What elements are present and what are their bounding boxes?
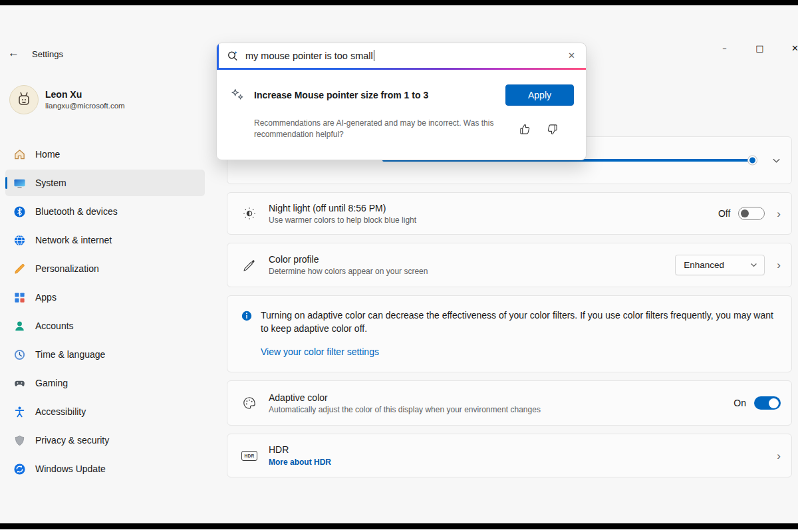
globe-icon — [13, 234, 26, 247]
sidebar-item-network-internet[interactable]: Network & internet — [5, 227, 205, 253]
sidebar-item-label: Bluetooth & devices — [35, 206, 118, 217]
chevron-right-icon: › — [777, 450, 781, 462]
sidebar-item-label: Accounts — [35, 321, 74, 331]
setting-row-hdr[interactable]: HDR HDR More about HDR › — [227, 434, 792, 477]
sidebar-item-time-language[interactable]: Time & language — [5, 341, 205, 368]
window-controls: – □ ✕ — [707, 37, 798, 59]
sidebar-item-label: Windows Update — [35, 464, 106, 474]
banner-text: Turning on adaptive color can decrease t… — [261, 309, 781, 336]
chevron-down-icon — [772, 156, 781, 165]
back-button[interactable]: ← — [8, 47, 19, 60]
sidebar-item-label: Privacy & security — [35, 435, 109, 446]
user-email: liangxu@microsoft.com — [45, 102, 125, 110]
color-profile-title: Color profile — [269, 254, 675, 265]
toggle-knob — [769, 398, 779, 408]
color-profile-subtitle: Determine how colors appear on your scre… — [269, 267, 675, 276]
color-filter-settings-link[interactable]: View your color filter settings — [261, 346, 379, 357]
night-light-icon — [241, 206, 258, 221]
sidebar-item-system[interactable]: System — [5, 170, 205, 196]
info-icon — [241, 310, 253, 325]
sidebar-item-label: Time & language — [35, 349, 105, 360]
minimize-button[interactable]: – — [707, 37, 742, 59]
brightness-slider-handle[interactable] — [748, 156, 757, 165]
toggle-knob — [741, 209, 749, 217]
system-icon — [13, 177, 26, 190]
home-icon — [13, 148, 26, 161]
user-name: Leon Xu — [45, 89, 82, 100]
sidebar-item-apps[interactable]: Apps — [5, 284, 205, 311]
eyedropper-icon — [241, 258, 258, 273]
sidebar-item-bluetooth-devices[interactable]: Bluetooth & devices — [5, 198, 205, 225]
sidebar-item-gaming[interactable]: Gaming — [5, 370, 205, 396]
clock-icon — [13, 348, 26, 361]
accessibility-icon — [13, 406, 26, 418]
sidebar-nav: Home System Bluetooth & devices Network … — [5, 141, 205, 484]
chevron-down-icon — [750, 261, 757, 269]
game-controller-icon — [13, 377, 26, 390]
recommendation-title: Increase Mouse pointer size from 1 to 3 — [254, 90, 505, 100]
account-card[interactable]: Leon Xu liangxu@microsoft.com — [9, 84, 202, 117]
search-query-text: my mouse pointer is too small — [245, 51, 373, 61]
settings-window: ← Settings – □ ✕ Leon Xu liangxu@microso… — [0, 5, 798, 523]
shield-icon — [13, 434, 26, 447]
setting-row-night-light[interactable]: Night light (off until 8:56 PM) Use warm… — [227, 192, 792, 235]
night-light-title: Night light (off until 8:56 PM) — [269, 203, 718, 213]
sidebar-item-windows-update[interactable]: Windows Update — [5, 456, 205, 482]
setting-row-adaptive-color[interactable]: Adaptive color Automatically adjust the … — [227, 380, 792, 426]
sidebar-item-label: Personalization — [35, 263, 99, 274]
sidebar-item-home[interactable]: Home — [5, 141, 205, 168]
more-about-hdr-link[interactable]: More about HDR — [269, 458, 765, 467]
sidebar-item-label: Gaming — [35, 378, 68, 388]
app-title: Settings — [32, 49, 63, 59]
sidebar-item-label: Network & internet — [35, 235, 112, 245]
search-flyout: my mouse pointer is too small ✕ Increase… — [216, 43, 587, 160]
info-banner: Turning on adaptive color can decrease t… — [227, 295, 792, 372]
text-caret — [374, 50, 375, 61]
adaptive-color-toggle[interactable] — [754, 396, 781, 410]
thumbs-up-button[interactable] — [519, 123, 531, 136]
person-icon — [13, 320, 26, 332]
adaptive-color-state: On — [733, 398, 746, 408]
paintbrush-icon — [13, 263, 26, 275]
apply-button[interactable]: Apply — [505, 84, 574, 106]
apps-grid-icon — [13, 291, 26, 304]
ai-search-icon — [227, 50, 239, 62]
sidebar-item-privacy-security[interactable]: Privacy & security — [5, 427, 205, 454]
sidebar-item-label: Home — [35, 149, 60, 160]
search-bar[interactable]: my mouse pointer is too small ✕ — [217, 43, 586, 68]
adaptive-color-subtitle: Automatically adjust the color of this d… — [269, 405, 733, 414]
avatar — [9, 85, 39, 114]
maximize-button[interactable]: □ — [742, 37, 777, 59]
setting-row-color-profile[interactable]: Color profile Determine how colors appea… — [227, 243, 792, 287]
display-settings-panel: Night light (off until 8:56 PM) Use warm… — [227, 136, 792, 485]
update-icon — [13, 463, 26, 475]
sidebar-item-accounts[interactable]: Accounts — [5, 313, 205, 339]
chevron-right-icon: › — [777, 208, 781, 219]
screen-bezel-top — [0, 0, 798, 5]
hdr-icon: HDR — [241, 451, 258, 461]
chevron-right-icon: › — [777, 259, 781, 271]
sparkles-icon — [230, 88, 246, 102]
thumbs-down-button[interactable] — [546, 123, 559, 136]
night-light-state: Off — [718, 208, 730, 219]
night-light-subtitle: Use warmer colors to help block blue lig… — [269, 215, 718, 225]
sidebar-item-personalization[interactable]: Personalization — [5, 255, 205, 282]
search-input[interactable]: my mouse pointer is too small — [245, 50, 565, 61]
sidebar-item-label: Apps — [35, 292, 57, 303]
sidebar-item-label: System — [35, 178, 66, 188]
color-profile-value: Enhanced — [684, 260, 724, 270]
close-button[interactable]: ✕ — [777, 37, 798, 59]
search-clear-button[interactable]: ✕ — [565, 49, 578, 62]
night-light-toggle[interactable] — [738, 207, 765, 220]
color-profile-dropdown[interactable]: Enhanced — [675, 255, 765, 275]
recommendation-disclaimer: Recommendations are AI-generated and may… — [254, 118, 501, 141]
bluetooth-icon — [13, 205, 26, 218]
screen-bezel-bottom — [0, 523, 798, 529]
hdr-title: HDR — [269, 444, 765, 455]
sidebar-item-label: Accessibility — [35, 406, 86, 417]
sidebar-item-accessibility[interactable]: Accessibility — [5, 398, 205, 425]
palette-icon — [241, 396, 258, 410]
adaptive-color-title: Adaptive color — [269, 392, 733, 403]
